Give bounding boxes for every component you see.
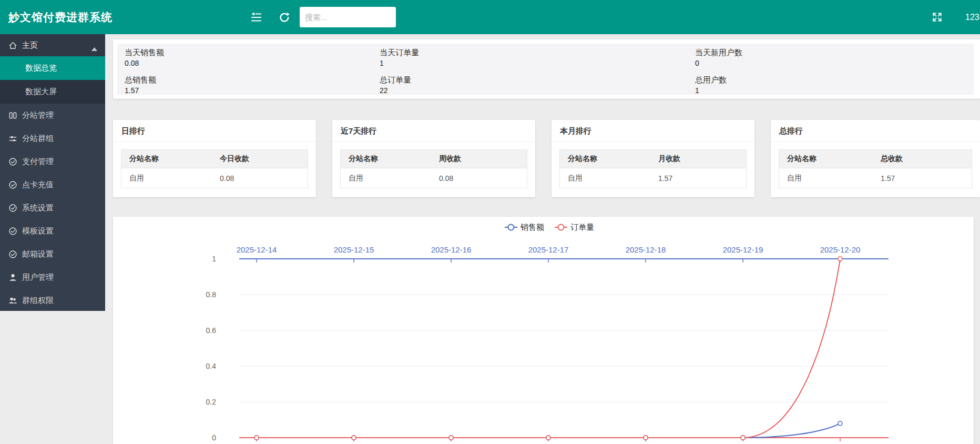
table-header-row: 分站名称 今日收款 (121, 150, 308, 168)
ranking-card-daily: 日排行 分站名称 今日收款 自用 0.08 (113, 120, 316, 197)
cell-amount: 0.08 (215, 174, 308, 183)
stat-value: 1.57 (125, 85, 345, 96)
ranking-title: 本月排行 (552, 120, 754, 142)
sidebar-item-mail-settings[interactable]: 邮箱设置 (0, 243, 105, 266)
stat-label: 当天销售额 (125, 47, 345, 58)
cell-site-name: 自用 (341, 174, 434, 183)
cell-amount: 0.08 (434, 174, 527, 183)
sidebar-item-label: 支付管理 (22, 157, 54, 167)
data-point-marker (838, 421, 842, 426)
ranking-table: 分站名称 今日收款 自用 0.08 (121, 149, 308, 188)
stat-value: 0 (695, 58, 916, 69)
stats-panel: 当天销售额 0.08 总销售额 1.57 当天订单量 1 总订单量 22 当天新… (117, 44, 974, 95)
search-input[interactable] (300, 7, 396, 27)
sidebar-item-label: 数据总览 (25, 63, 57, 73)
stat-label: 总订单量 (380, 75, 600, 85)
column-header: 分站名称 (341, 154, 434, 164)
top-x-axis-label: 2025-12-17 (528, 245, 569, 254)
sidebar-item-label: 邮箱设置 (22, 249, 54, 259)
data-point-marker (254, 436, 259, 440)
ranking-title: 日排行 (113, 120, 316, 142)
top-x-axis-label: 2025-12-18 (626, 245, 666, 254)
sidebar-item-home[interactable]: 主页 (0, 34, 105, 56)
user-icon (8, 273, 17, 282)
sales-orders-chart: 00.20.40.60.812025-12-142025-12-152025-1… (113, 217, 974, 444)
stats-column-sales: 当天销售额 0.08 总销售额 1.57 (125, 46, 345, 102)
column-header: 月收款 (653, 154, 746, 164)
sidebar-item-label: 分站群组 (22, 134, 54, 144)
sidebar-item-substation-manage[interactable]: 分站管理 (0, 104, 105, 127)
table-header-row: 分站名称 总收款 (779, 150, 972, 168)
fullscreen-icon[interactable] (932, 12, 943, 23)
ranking-title: 总排行 (771, 120, 980, 142)
table-header-row: 分站名称 月收款 (560, 150, 746, 168)
badge-check-icon (8, 180, 17, 189)
sidebar-item-system-settings[interactable]: 系统设置 (0, 196, 105, 219)
cell-site-name: 自用 (121, 174, 215, 183)
username-menu[interactable]: 12345 (965, 0, 980, 34)
ranking-card-month: 本月排行 分站名称 月收款 自用 1.57 (552, 120, 754, 197)
sidebar-item-label: 数据大屏 (25, 87, 57, 97)
refresh-icon[interactable] (278, 11, 291, 24)
ranking-table: 分站名称 周收款 自用 0.08 (340, 149, 527, 188)
legend-item-订单量[interactable]: 订单量 (555, 223, 594, 231)
badge-check-icon (8, 227, 17, 236)
y-axis-label: 0.6 (206, 326, 217, 335)
table-row: 自用 0.08 (341, 168, 527, 188)
ranking-table: 分站名称 总收款 自用 1.57 (779, 149, 972, 188)
columns-icon (8, 111, 17, 120)
search-box (300, 7, 396, 27)
top-x-axis-label: 2025-12-14 (237, 245, 277, 254)
y-axis-label: 0.4 (206, 362, 217, 370)
badge-check-icon (8, 250, 17, 259)
sidebar-item-payment-manage[interactable]: 支付管理 (0, 150, 105, 173)
stat-label: 当天新用户数 (695, 47, 916, 58)
table-row: 自用 1.57 (560, 168, 746, 188)
ranking-card-total: 总排行 分站名称 总收款 自用 1.57 (771, 120, 980, 197)
sidebar-item-label: 点卡充值 (22, 180, 54, 190)
cell-site-name: 自用 (560, 174, 653, 183)
badge-check-icon (8, 157, 17, 166)
sidebar-item-card-recharge[interactable]: 点卡充值 (0, 173, 105, 196)
series-line-订单量 (257, 259, 840, 438)
data-point-marker (838, 257, 842, 261)
column-header: 周收款 (434, 154, 527, 164)
y-axis-label: 0.2 (206, 398, 217, 406)
badge-check-icon (8, 204, 17, 213)
stat-value: 22 (380, 85, 600, 96)
table-row: 自用 0.08 (121, 168, 308, 188)
legend-item-销售额[interactable]: 销售额 (505, 223, 544, 231)
ranking-card-week: 近7天排行 分站名称 周收款 自用 0.08 (332, 120, 535, 197)
sidebar-item-substation-groups[interactable]: 分站群组 (0, 127, 105, 150)
svg-text:订单量: 订单量 (570, 223, 594, 231)
users-icon (8, 296, 17, 305)
column-header: 分站名称 (121, 154, 215, 164)
y-axis-label: 1 (212, 255, 216, 263)
y-axis-label: 0 (212, 433, 216, 442)
sidebar-item-template-settings[interactable]: 模板设置 (0, 219, 105, 243)
stat-value: 1 (380, 58, 600, 69)
cell-site-name: 自用 (779, 174, 875, 183)
sidebar-item-group-permissions[interactable]: 群组权限 (0, 289, 105, 312)
sidebar-item-label: 用户管理 (22, 273, 54, 282)
stat-value: 1 (695, 85, 916, 96)
stats-column-orders: 当天订单量 1 总订单量 22 (380, 46, 600, 102)
cell-amount: 1.57 (653, 174, 746, 183)
top-x-axis-label: 2025-12-15 (334, 245, 374, 254)
menu-fold-icon[interactable] (250, 11, 262, 24)
data-point-marker (741, 436, 745, 440)
sidebar-item-label: 分站管理 (22, 110, 54, 120)
sidebar-item-data-overview[interactable]: 数据总览 (0, 56, 105, 80)
sales-orders-chart-svg: 00.20.40.60.812025-12-142025-12-152025-1… (113, 217, 974, 444)
sliders-icon (8, 134, 17, 143)
stat-label: 当天订单量 (380, 47, 600, 58)
data-point-marker (449, 436, 453, 440)
svg-text:销售额: 销售额 (520, 223, 544, 231)
stats-column-users: 当天新用户数 0 总用户数 1 (695, 46, 916, 102)
stat-label: 总用户数 (695, 75, 916, 85)
sidebar-item-data-screen[interactable]: 数据大屏 (0, 80, 105, 104)
top-x-axis-label: 2025-12-19 (723, 245, 763, 254)
y-axis-label: 0.8 (206, 290, 217, 299)
sidebar-item-user-manage[interactable]: 用户管理 (0, 266, 105, 289)
sidebar-item-label: 模板设置 (22, 226, 54, 236)
